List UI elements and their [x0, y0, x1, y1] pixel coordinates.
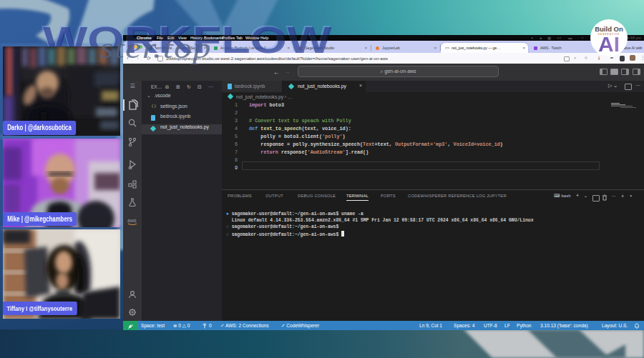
svg-text:aws: aws	[127, 218, 137, 223]
